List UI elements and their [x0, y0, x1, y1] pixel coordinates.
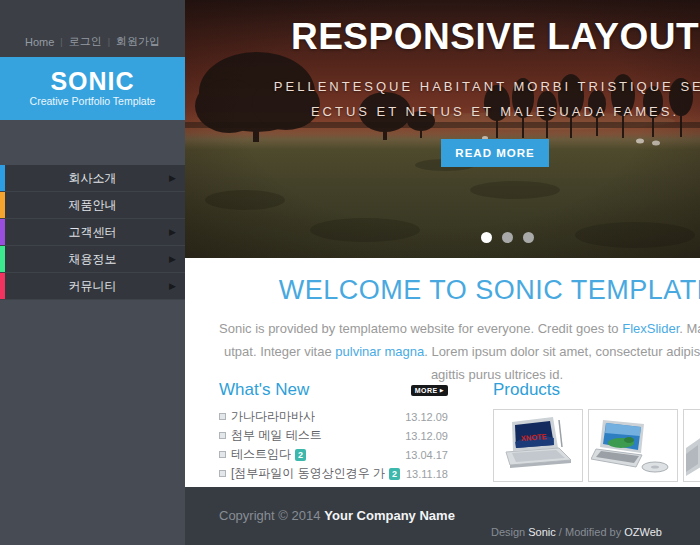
comment-count-badge: 2	[389, 468, 400, 480]
main-area: RESPONSIVE LAYOUT PELLENTESQUE HABITANT …	[185, 0, 700, 545]
design-name: Sonic	[528, 526, 556, 538]
chevron-right-icon: ▶	[169, 174, 176, 183]
news-item-0: 가나다라마바사13.12.09	[219, 407, 448, 426]
hero-subtitle: PELLENTESQUE HABITANT MORBI TRISTIQUE SE…	[215, 74, 700, 124]
logo-title: SONIC	[0, 68, 185, 94]
comment-count-badge: 2	[295, 449, 306, 461]
slider-dot-2[interactable]	[523, 232, 534, 243]
modified-by-link[interactable]: OZWeb	[624, 526, 662, 538]
hero-subtitle-line1: PELLENTESQUE HABITANT MORBI TRISTIQUE SE…	[215, 74, 700, 99]
bullet-icon	[219, 413, 226, 420]
whats-new-column: What's New MORE ▶ 가나다라마바사13.12.09첨부 메일 테…	[219, 380, 448, 483]
sidebar-menu-item-2[interactable]: 고객센터▶	[0, 219, 185, 246]
hero-slider: RESPONSIVE LAYOUT PELLENTESQUE HABITANT …	[185, 0, 700, 258]
hero-title: RESPONSIVE LAYOUT	[215, 16, 700, 58]
page: { "sidebar": { "top_nav": { "separator":…	[0, 0, 700, 545]
sidebar-menu-item-0[interactable]: 회사소개▶	[0, 165, 185, 192]
beach-laptop-photo	[591, 414, 675, 478]
sidebar-menu-item-3[interactable]: 채용정보▶	[0, 246, 185, 273]
news-item-title[interactable]: 테스트임다	[231, 446, 291, 463]
news-item-date: 13.11.18	[406, 468, 448, 480]
hero-content: RESPONSIVE LAYOUT PELLENTESQUE HABITANT …	[215, 0, 700, 167]
whats-new-heading: What's New	[219, 380, 309, 400]
svg-text:XNOTE: XNOTE	[521, 432, 547, 443]
slider-dots	[481, 232, 534, 243]
chevron-right-icon: ▶	[169, 255, 176, 264]
chevron-right-icon: ▶	[169, 282, 176, 291]
news-item-2: 테스트임다213.04.17	[219, 445, 448, 464]
sidebar: Home|로그인|회원가입 SONIC Creative Portfolio T…	[0, 0, 185, 545]
xnote-laptop-photo: XNOTE	[496, 414, 580, 478]
company-name: Your Company Name	[324, 508, 455, 523]
content-section: WELCOME TO SONIC TEMPLATE Sonic is provi…	[185, 258, 700, 487]
more-arrow-icon: ▶	[440, 388, 444, 393]
menu-item-label: 커뮤니티	[69, 278, 117, 295]
partial-product-photo	[686, 414, 700, 478]
news-item-date: 13.12.09	[405, 411, 448, 423]
copyright-prefix: Copyright © 2014	[219, 508, 320, 523]
news-item-title[interactable]: 첨부 메일 테스트	[231, 427, 322, 444]
nav-separator: |	[60, 37, 62, 47]
bullet-icon	[219, 470, 226, 477]
product-box-2[interactable]	[683, 409, 700, 482]
nav-link-1[interactable]: 로그인	[69, 34, 102, 49]
menu-item-label: 제품안내	[69, 197, 117, 214]
paragraph-link[interactable]: pulvinar magna	[335, 344, 424, 359]
logo-box[interactable]: SONIC Creative Portfolio Template	[0, 57, 185, 120]
welcome-paragraph: Sonic is provided by templatemo website …	[219, 317, 700, 386]
top-nav: Home|로그인|회원가입	[25, 34, 160, 49]
menu-item-label: 회사소개	[69, 170, 117, 187]
menu-accent-bar	[0, 165, 5, 191]
menu-item-label: 고객센터	[69, 224, 117, 241]
paragraph-text: . Lorem ipsum dolor sit amet, consectetu…	[424, 344, 700, 359]
logo-subtitle: Creative Portfolio Template	[0, 95, 185, 107]
bullet-icon	[219, 451, 226, 458]
copyright-text: Copyright © 2014Your Company Name	[219, 508, 455, 523]
read-more-button[interactable]: READ MORE	[441, 139, 548, 167]
menu-item-label: 채용정보	[69, 251, 117, 268]
news-item-3: [첨부파일이 동영상인경우 가나다라맙사우...213.11.18	[219, 464, 448, 483]
product-row: XNOTE	[493, 409, 700, 482]
news-item-1: 첨부 메일 테스트13.12.09	[219, 426, 448, 445]
nav-link-2[interactable]: 회원가입	[116, 34, 160, 49]
paragraph-line-0: Sonic is provided by templatemo website …	[219, 317, 700, 340]
content-inner: WELCOME TO SONIC TEMPLATE Sonic is provi…	[219, 275, 700, 386]
welcome-heading: WELCOME TO SONIC TEMPLATE	[219, 275, 700, 306]
paragraph-text: Sonic is provided by templatemo website …	[219, 321, 622, 336]
design-prefix: Design	[491, 526, 525, 538]
design-credit: Design Sonic / Modified by OZWeb	[491, 526, 662, 538]
news-item-title[interactable]: [첨부파일이 동영상인경우 가나다라맙사우...	[231, 465, 385, 482]
nav-separator: |	[108, 37, 110, 47]
product-box-1[interactable]	[588, 409, 678, 482]
menu-accent-bar	[0, 273, 5, 299]
sidebar-top-bar: Home|로그인|회원가입	[0, 0, 185, 57]
paragraph-text: . Maecenas adipiscing pellentesque vol	[679, 321, 700, 336]
products-heading: Products	[493, 380, 700, 400]
nav-link-0[interactable]: Home	[25, 36, 54, 48]
news-list: 가나다라마바사13.12.09첨부 메일 테스트13.12.09테스트임다213…	[219, 407, 448, 483]
product-box-0[interactable]: XNOTE	[493, 409, 583, 482]
more-button-label: MORE	[415, 387, 438, 394]
news-item-date: 13.12.09	[405, 430, 448, 442]
modified-prefix: / Modified by	[559, 526, 621, 538]
whats-new-header: What's New MORE ▶	[219, 380, 448, 400]
more-button[interactable]: MORE ▶	[411, 385, 448, 396]
hero-subtitle-line2: ECTUS ET NETUS ET MALESUADA FAMES.	[215, 99, 700, 124]
sidebar-menu-item-1[interactable]: 제품안내	[0, 192, 185, 219]
menu-accent-bar	[0, 246, 5, 272]
footer: Copyright © 2014Your Company Name Design…	[185, 487, 700, 545]
paragraph-line-1: utpat. Integer vitae pulvinar magna. Lor…	[219, 340, 700, 363]
slider-dot-1[interactable]	[502, 232, 513, 243]
bullet-icon	[219, 432, 226, 439]
news-item-date: 13.04.17	[405, 449, 448, 461]
sidebar-menu-item-4[interactable]: 커뮤니티▶	[0, 273, 185, 300]
news-item-title[interactable]: 가나다라마바사	[231, 408, 315, 425]
chevron-right-icon: ▶	[169, 228, 176, 237]
products-column: Products XNOTE	[493, 380, 700, 482]
menu-accent-bar	[0, 192, 5, 218]
paragraph-link[interactable]: FlexSlider	[622, 321, 679, 336]
menu-accent-bar	[0, 219, 5, 245]
slider-dot-0[interactable]	[481, 232, 492, 243]
paragraph-text: utpat. Integer vitae	[224, 344, 335, 359]
sidebar-menu: 회사소개▶제품안내고객센터▶채용정보▶커뮤니티▶	[0, 165, 185, 300]
